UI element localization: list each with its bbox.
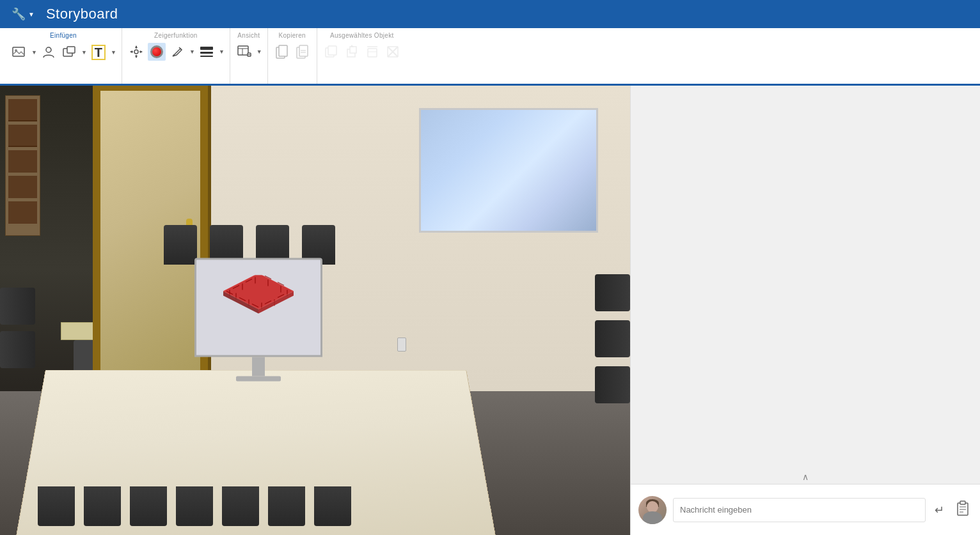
shape-icon — [62, 45, 76, 59]
chair-bot-4 — [176, 486, 213, 526]
obj-copy-button[interactable] — [322, 43, 340, 61]
obj-delete-button[interactable] — [384, 43, 402, 61]
svg-rect-0 — [13, 47, 24, 56]
chairs-right — [595, 274, 630, 403]
copy-icon — [276, 45, 288, 59]
svg-rect-28 — [368, 49, 377, 57]
objekt-icons — [322, 43, 402, 61]
obj-cut-icon — [365, 45, 379, 59]
person-icon — [42, 45, 56, 59]
image-caret: ▼ — [31, 49, 37, 56]
bookcase-shelf5 — [8, 201, 37, 224]
monitor-screen — [194, 258, 322, 357]
ansicht-icons: ▼ — [235, 43, 262, 61]
app-title: Storyboard — [46, 6, 118, 22]
chair-bot-1 — [38, 486, 75, 526]
avatar-body — [643, 511, 662, 524]
right-content — [631, 86, 980, 535]
chair-bot-3 — [130, 486, 167, 526]
app-menu-button[interactable]: 🔧 ▼ — [6, 4, 40, 24]
paste-icon — [296, 45, 309, 59]
monitor-base — [236, 376, 281, 381]
canvas-area[interactable] — [0, 86, 630, 535]
svg-marker-6 — [135, 56, 138, 58]
svg-rect-11 — [238, 46, 248, 55]
wall-outlet — [397, 337, 406, 352]
titlebar: 🔧 ▼ Storyboard — [0, 0, 980, 28]
chair-right-2 — [595, 320, 630, 357]
toolbar-group-einfuegen: Einfügen ▼ — [5, 28, 122, 84]
toolbar-group-objekt: Ausgewähltes Objekt — [317, 28, 407, 84]
obj-move-front-button[interactable] — [343, 43, 361, 61]
move-tool-button[interactable] — [127, 43, 145, 61]
move-icon — [129, 45, 143, 59]
bookcase-shelf4 — [8, 176, 37, 198]
bookcase-shelf1 — [8, 99, 37, 121]
chair-right-1 — [595, 274, 630, 311]
kopieren-icons — [273, 43, 312, 61]
copy-button[interactable] — [273, 43, 291, 61]
chair-top-1 — [164, 225, 197, 265]
record-pointer-button[interactable] — [148, 43, 166, 61]
toolbar-group-ansicht: Ansicht ▼ — [230, 28, 268, 84]
record-dot-icon — [150, 45, 163, 58]
scene-image — [0, 86, 630, 535]
insert-shape-button[interactable] — [60, 43, 78, 61]
view-icon — [237, 45, 251, 58]
pen-caret: ▼ — [189, 49, 195, 55]
svg-rect-23 — [328, 46, 336, 55]
monitor-stand — [252, 357, 265, 376]
svg-point-2 — [46, 47, 51, 52]
chevron-up-icon[interactable]: ∧ — [802, 472, 809, 482]
shape-caret: ▼ — [81, 49, 87, 56]
image-icon — [12, 45, 26, 59]
toolbar-group-kopieren: Kopieren — [268, 28, 317, 84]
app-menu-caret: ▼ — [28, 11, 35, 18]
bookcase-shelf3 — [8, 150, 37, 173]
zeiger-icons: ▼ ▼ — [127, 43, 225, 61]
insert-image-button[interactable] — [10, 43, 28, 61]
right-panel: ∧ ↵ — [630, 86, 980, 535]
monitor-object[interactable] — [194, 258, 322, 381]
insert-person-button[interactable] — [40, 43, 58, 61]
pen-icon — [170, 45, 184, 59]
text-caret: ▼ — [111, 49, 116, 56]
clipboard-icon — [956, 500, 970, 516]
bookcase-shelf2 — [8, 125, 37, 147]
insert-text-button[interactable]: T — [90, 43, 107, 62]
svg-rect-17 — [279, 45, 287, 56]
chair-bot-5 — [222, 486, 259, 526]
lines-icon — [200, 47, 213, 57]
message-input[interactable] — [673, 498, 926, 522]
wall-painting — [419, 108, 598, 233]
clipboard-button[interactable] — [953, 498, 972, 522]
view-button[interactable] — [235, 43, 253, 61]
group-label-einfuegen: Einfügen — [50, 32, 77, 39]
maze-image — [214, 275, 303, 339]
chair-right-3 — [595, 366, 630, 403]
group-label-zeiger: Zeigerfunktion — [154, 32, 198, 39]
chair-bot-7 — [314, 486, 351, 526]
chat-area: ∧ ↵ — [631, 484, 980, 535]
send-button[interactable]: ↵ — [932, 500, 947, 520]
chair-left-2 — [0, 331, 35, 368]
pen-tool-button[interactable] — [168, 43, 186, 61]
text-T-icon: T — [91, 45, 106, 60]
chair-bot-2 — [84, 486, 121, 526]
toolbar-group-zeiger: Zeigerfunktion — [122, 28, 230, 84]
obj-cut-button[interactable] — [363, 43, 381, 61]
group-label-objekt: Ausgewähltes Objekt — [330, 32, 394, 39]
svg-marker-5 — [135, 45, 138, 48]
stroke-style-button[interactable] — [198, 43, 216, 61]
bookcase — [5, 95, 40, 236]
svg-point-9 — [134, 50, 138, 54]
chairs-bottom-row — [38, 486, 351, 526]
obj-copy-icon — [324, 45, 338, 59]
einfuegen-icons: ▼ ▼ T ▼ — [10, 43, 116, 62]
svg-marker-7 — [130, 50, 132, 53]
chair-left-1 — [0, 288, 35, 325]
svg-marker-8 — [140, 50, 143, 53]
app-icon: 🔧 — [12, 7, 26, 21]
lines-caret: ▼ — [219, 49, 225, 55]
paste-button[interactable] — [294, 43, 312, 61]
